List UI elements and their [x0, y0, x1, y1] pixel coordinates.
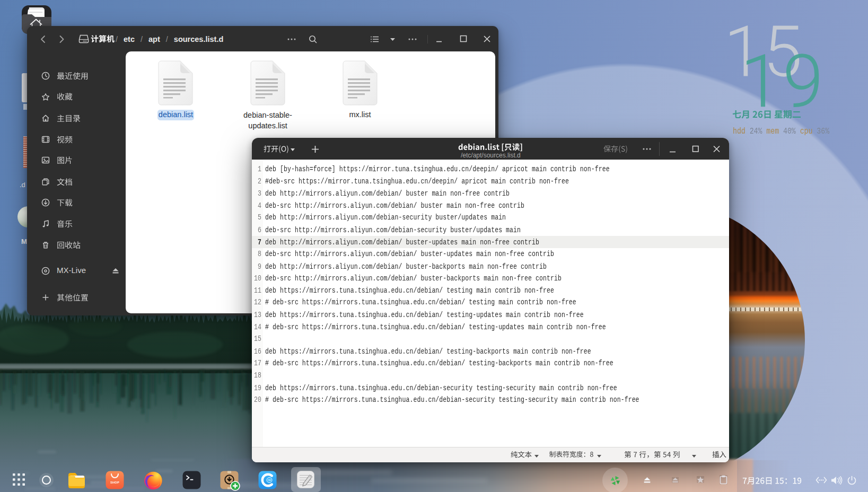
svg-text:SHOP: SHOP: [110, 481, 119, 484]
svg-text:TIM: TIM: [268, 479, 271, 481]
